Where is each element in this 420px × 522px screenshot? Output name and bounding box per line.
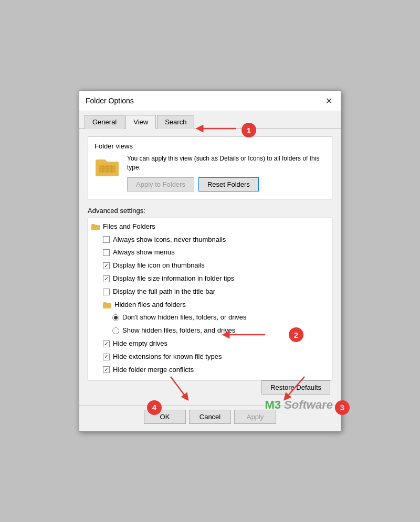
- restore-defaults-row: Restore Defaults: [88, 380, 332, 395]
- list-item[interactable]: Hide extensions for known file types: [88, 350, 332, 364]
- folder-views-row: You can apply this view (such as Details…: [94, 154, 326, 191]
- list-item[interactable]: Always show menus: [88, 246, 332, 259]
- checkbox-display-file-icon[interactable]: [103, 262, 110, 269]
- tabs-bar: General View Search: [79, 111, 341, 129]
- item-label: Hide extensions for known file types: [113, 351, 222, 363]
- close-button[interactable]: ✕: [323, 95, 334, 106]
- list-item[interactable]: Display file icon on thumbnails: [88, 259, 332, 272]
- restore-defaults-button[interactable]: Restore Defaults: [261, 380, 330, 395]
- tab-search[interactable]: Search: [157, 115, 194, 129]
- list-item: Hidden files and folders: [88, 299, 332, 312]
- checkbox-hide-extensions[interactable]: [103, 354, 110, 360]
- checkbox-hide-empty-drives[interactable]: [103, 340, 110, 347]
- item-label: Display file icon on thumbnails: [113, 260, 205, 271]
- item-label: Always show icons, never thumbnails: [113, 235, 226, 246]
- checkbox-always-show-icons[interactable]: [103, 236, 110, 243]
- list-item[interactable]: Hide folder merge conflicts: [88, 364, 332, 377]
- folder-views-section: Folder views: [88, 136, 332, 199]
- tab-view[interactable]: View: [125, 115, 156, 129]
- radio-show-hidden[interactable]: [112, 327, 119, 334]
- folder-views-label: Folder views: [94, 142, 326, 150]
- dialog-footer: OK Cancel Apply: [79, 405, 341, 431]
- list-item: Files and Folders: [88, 220, 332, 233]
- item-label: Show hidden files, folders, and drives: [122, 325, 235, 336]
- folder-views-desc: You can apply this view (such as Details…: [127, 154, 326, 172]
- item-label: Display the full path in the title bar: [113, 286, 215, 297]
- reset-folders-button[interactable]: Reset Folders: [198, 177, 259, 191]
- folder-options-dialog: Folder Options ✕ General View Search Fol…: [79, 90, 341, 432]
- list-item[interactable]: Hide empty drives: [88, 337, 332, 350]
- item-label: Don't show hidden files, folders, or dri…: [122, 312, 247, 323]
- tab-content: Folder views: [79, 129, 341, 405]
- svg-rect-9: [103, 303, 111, 308]
- apply-to-folders-button[interactable]: Apply to Folders: [127, 177, 194, 191]
- item-label: Hide folder merge conflicts: [113, 365, 194, 376]
- list-item[interactable]: Show hidden files, folders, and drives: [88, 324, 332, 337]
- folder-views-right: You can apply this view (such as Details…: [127, 154, 326, 191]
- folder-icon-large: [94, 154, 120, 179]
- checkbox-display-file-size[interactable]: [103, 275, 110, 282]
- apply-button[interactable]: Apply: [234, 410, 276, 424]
- list-item[interactable]: Display file size information in folder …: [88, 272, 332, 285]
- advanced-settings-section: Advanced settings: Files and Folders Alw: [88, 207, 332, 395]
- checkbox-hide-merge-conflicts[interactable]: [103, 366, 110, 373]
- item-label: Display file size information in folder …: [113, 273, 234, 284]
- item-label: Hide empty drives: [113, 338, 167, 349]
- settings-list[interactable]: Files and Folders Always show icons, nev…: [88, 218, 332, 380]
- checkbox-always-show-menus[interactable]: [103, 249, 110, 256]
- item-label: Files and Folders: [103, 221, 155, 232]
- svg-rect-8: [91, 225, 100, 230]
- list-item[interactable]: Display the full path in the title bar: [88, 285, 332, 299]
- radio-dont-show-hidden[interactable]: [112, 314, 119, 321]
- item-label: Hidden files and folders: [114, 300, 186, 311]
- list-item[interactable]: Don't show hidden files, folders, or dri…: [88, 311, 332, 324]
- folder-views-buttons: Apply to Folders Reset Folders: [127, 177, 326, 191]
- list-item[interactable]: Always show icons, never thumbnails: [88, 233, 332, 247]
- dialog-title: Folder Options: [86, 97, 134, 105]
- ok-button[interactable]: OK: [144, 410, 186, 424]
- cancel-button[interactable]: Cancel: [189, 410, 231, 424]
- advanced-settings-label: Advanced settings:: [88, 207, 332, 215]
- title-bar: Folder Options ✕: [79, 91, 341, 111]
- tab-general[interactable]: General: [85, 115, 124, 129]
- item-label: Always show menus: [113, 247, 175, 258]
- checkbox-display-full-path[interactable]: [103, 289, 110, 295]
